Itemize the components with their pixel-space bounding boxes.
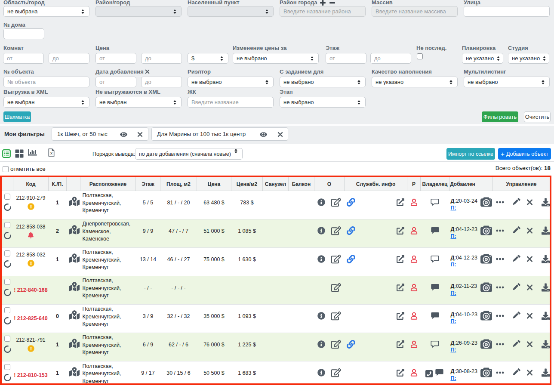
svg-text:x: x [50, 151, 52, 155]
